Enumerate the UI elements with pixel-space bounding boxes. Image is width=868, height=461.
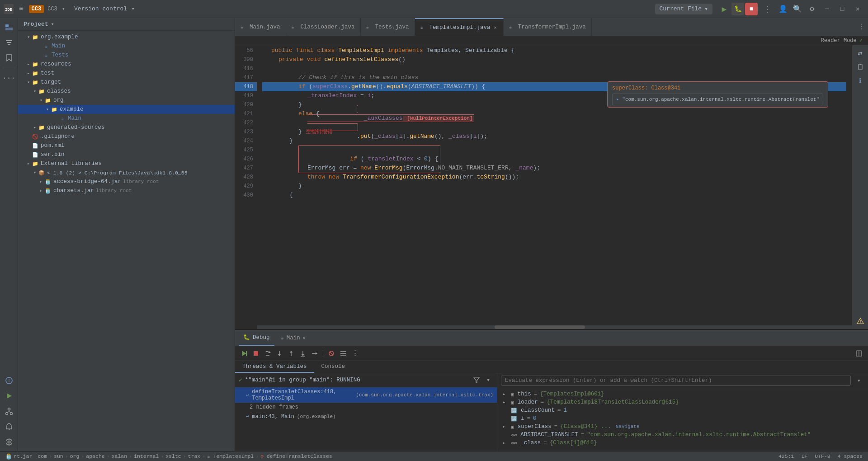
tree-item[interactable]: ▸ 📁 generated-sources [18, 123, 235, 132]
project-title-chevron[interactable]: ▾ [51, 21, 54, 28]
edit-settings-button[interactable] [338, 348, 349, 359]
filter-button[interactable] [472, 375, 481, 385]
clipboard-icon[interactable] [854, 61, 867, 73]
sidebar-more-icon[interactable]: ··· [2, 71, 16, 85]
vcs-label[interactable]: Version control [74, 5, 127, 12]
sidebar-structure-icon[interactable] [2, 35, 16, 50]
debug-tab-debug[interactable]: 🐛 Debug [239, 330, 274, 346]
step-out-button[interactable] [286, 348, 297, 359]
restore-layout-button[interactable] [854, 348, 864, 359]
reader-mode-label[interactable]: Reader Mode [821, 38, 857, 44]
breadcrumb-item[interactable]: ☕ TemplatesImpl [207, 453, 254, 459]
statusbar-position[interactable]: 425:1 [777, 453, 796, 459]
hamburger-menu[interactable]: ≡ [17, 3, 25, 15]
breadcrumb-item[interactable]: sun [54, 453, 63, 459]
sidebar-project-icon[interactable] [2, 20, 16, 34]
tree-item[interactable]: ▸ 📁 External Libraries [18, 159, 235, 168]
tree-item[interactable]: 📄 pom.xml [18, 141, 235, 150]
tab-main-java[interactable]: ☕ Main.java [235, 18, 286, 36]
sidebar-settings-icon[interactable] [2, 435, 16, 449]
tree-item[interactable]: ▾ 📁 target [18, 78, 235, 87]
statusbar-indent[interactable]: 4 spaces [836, 453, 864, 459]
sidebar-run-icon[interactable] [2, 389, 16, 403]
mute-breakpoints-button[interactable] [326, 348, 337, 359]
resume-button[interactable] [239, 348, 250, 359]
eval-history-button[interactable]: ▾ [854, 375, 864, 386]
tab-close-button[interactable]: ✕ [493, 24, 498, 31]
tree-item[interactable]: ☕ Main [18, 114, 235, 123]
var-item-classcount[interactable]: ▸ 🔢 classCount = 1 [497, 406, 868, 414]
breadcrumb-item[interactable]: xsltc [165, 453, 181, 459]
tree-item[interactable]: ▸ 📁 resources [18, 60, 235, 69]
more-actions-icon[interactable]: ⋮ [761, 2, 773, 16]
thread-dropdown[interactable]: ▾ [483, 375, 493, 385]
tab-transformerimpl-java[interactable]: ☕ TransformerImpl.java [504, 18, 592, 36]
navigate-link[interactable]: Navigate [616, 424, 640, 429]
tree-item[interactable]: ▾ 📁 org.example [18, 33, 235, 42]
frame-item-active[interactable]: ↩ defineTransletClasses:418, TemplatesIm… [235, 387, 497, 403]
breadcrumb-item[interactable]: xalan [112, 453, 127, 459]
warning-icon[interactable] [854, 315, 867, 327]
var-item-i[interactable]: ▸ 🔢 i = 0 [497, 414, 868, 423]
tree-item-example[interactable]: ▾ 📁 example [18, 105, 235, 114]
tree-item[interactable]: ▸ 🫙 charsets.jar library root [18, 186, 235, 195]
tree-item[interactable]: ▾ 📦 < 1.8 (2) > C:\Program Files\Java\jd… [18, 168, 235, 177]
panel-tab-console[interactable]: Console [314, 361, 353, 373]
step-over-button[interactable] [262, 348, 273, 359]
code-content[interactable]: public final class TemplatesImpl impleme… [257, 45, 852, 329]
tree-item[interactable]: 📄 ser.bin [18, 150, 235, 159]
project-name-label[interactable]: CC3 [47, 6, 57, 12]
user-icon[interactable]: 👤 [777, 3, 789, 15]
toolbar-more-button[interactable]: ⋮ [349, 348, 360, 359]
run-to-cursor-button[interactable] [309, 348, 320, 359]
breadcrumb-item[interactable]: com [38, 453, 47, 459]
drop-frame-button[interactable] [297, 348, 308, 359]
settings-icon[interactable]: ⚙ [806, 3, 818, 15]
frame-item[interactable]: ↩ main:43, Main (org.example) [235, 412, 497, 421]
sidebar-debug-icon[interactable] [2, 373, 16, 388]
var-item-this[interactable]: ▸ ▣ this = {TemplatesImpl@601} [497, 390, 868, 398]
minimize-button[interactable]: ─ [820, 3, 834, 15]
tree-item[interactable]: ☕ Main [18, 42, 235, 51]
var-item-abstract-translet[interactable]: ▸ ∞∞ ABSTRACT_TRANSLET = "com.sun.org.ap… [497, 431, 868, 439]
debug-tab-close[interactable]: ✕ [303, 335, 306, 341]
statusbar-encoding[interactable]: UTF-8 [813, 453, 832, 459]
horizontal-scrollbar[interactable] [257, 325, 852, 329]
tab-more-button[interactable]: ⋮ [854, 23, 868, 31]
maximize-button[interactable]: □ [835, 3, 849, 15]
eval-input[interactable] [501, 376, 851, 386]
stop-button[interactable]: ■ [745, 3, 758, 15]
tree-item[interactable]: ☕ Tests [18, 51, 235, 60]
sidebar-notifications-icon[interactable] [2, 419, 16, 434]
tree-item[interactable]: ▸ 📁 test [18, 69, 235, 78]
debug-icon[interactable]: 🐛 [731, 3, 744, 15]
panel-tab-threads[interactable]: Threads & Variables [235, 361, 314, 373]
reader-mode-icon[interactable]: m [854, 47, 867, 60]
debug-tab-main[interactable]: ☕ Main ✕ [276, 330, 310, 346]
breadcrumb-item[interactable]: org [70, 453, 80, 459]
hidden-frames-label[interactable]: 2 hidden frames [235, 403, 497, 412]
run-button[interactable]: ▶ [718, 3, 731, 15]
tab-templatesimpl-java[interactable]: ☕ TemplatesImpl.java ✕ [415, 18, 504, 36]
tree-item[interactable]: 🚫 .gitignore [18, 132, 235, 141]
var-item-class[interactable]: ▸ ∞∞ _class = {Class[1]@616} [497, 439, 868, 447]
breadcrumb-item[interactable]: apache [86, 453, 104, 459]
step-into-button[interactable] [274, 348, 285, 359]
tab-tests-java[interactable]: ☕ Tests.java [361, 18, 415, 36]
tree-item[interactable]: ▸ 🫙 access-bridge-64.jar library root [18, 177, 235, 186]
info-icon[interactable]: ℹ [854, 74, 867, 87]
statusbar-rtjar[interactable]: 🫙 rt.jar [4, 453, 34, 460]
sidebar-bookmark-icon[interactable] [2, 51, 16, 65]
var-item-superclass[interactable]: ▸ ▣ superClass = {Class@341} ... Navigat… [497, 423, 868, 431]
breadcrumb-item[interactable]: ⚙ defineTransletClasses [260, 453, 332, 459]
tab-classloader-java[interactable]: ☕ ClassLoader.java [286, 18, 361, 36]
tree-item[interactable]: ▾ 📁 org [18, 96, 235, 105]
close-button[interactable]: ✕ [851, 3, 864, 15]
stop-button[interactable] [250, 348, 261, 359]
breadcrumb-item[interactable]: trax [188, 453, 201, 459]
current-file-selector[interactable]: Current File ▾ [655, 4, 712, 14]
var-item-loader[interactable]: ▸ ▣ loader = {TemplatesImpl$TransletClas… [497, 398, 868, 406]
breadcrumb-item[interactable]: internal [134, 453, 159, 459]
statusbar-lf[interactable]: LF [799, 453, 809, 459]
sidebar-git-icon[interactable] [2, 404, 16, 419]
